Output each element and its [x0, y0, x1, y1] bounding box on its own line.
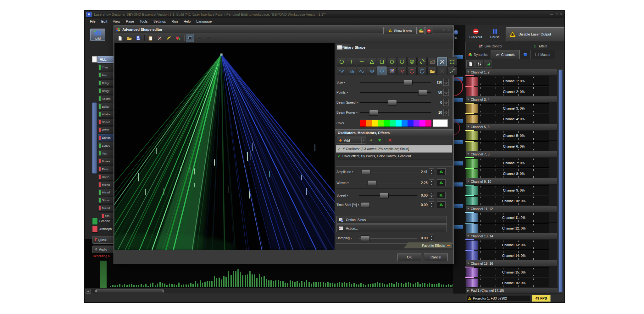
channel-track[interactable]: Channel 16: 0%	[479, 278, 549, 288]
color-swatch[interactable]	[390, 120, 396, 127]
disable-laser-output-button[interactable]: Disable Laser Output	[506, 27, 565, 41]
paste-button[interactable]	[146, 34, 154, 42]
move-up-button[interactable]	[368, 137, 375, 144]
collapse-icon[interactable]: ▼	[467, 153, 469, 155]
menu-tools[interactable]: Tools	[137, 19, 151, 24]
spin-down-icon[interactable]: ▼	[429, 238, 434, 241]
menu-language[interactable]: Language	[193, 19, 214, 24]
menu-file[interactable]: File	[87, 19, 98, 24]
spinner[interactable]: ▲▼	[429, 201, 434, 208]
shape-button-folder[interactable]	[427, 67, 437, 75]
tab-live-control[interactable]: Live Control	[465, 42, 515, 50]
collapse-icon[interactable]: ▼	[467, 98, 469, 101]
spinner[interactable]: ▲▼	[429, 235, 434, 241]
horizontal-scrollbar[interactable]: ◀	[85, 288, 465, 294]
color-swatch[interactable]	[408, 120, 414, 127]
dialog-pin-icon[interactable]: ▲	[447, 28, 450, 31]
spinner[interactable]: ▲▼	[443, 99, 449, 106]
scroll-left-icon[interactable]: ◀	[86, 289, 91, 294]
check-icon[interactable]: ✓	[338, 147, 341, 151]
spin-up-icon[interactable]: ▲	[444, 89, 448, 93]
spin-down-icon[interactable]: ▼	[444, 83, 448, 86]
blackout-small-button[interactable]	[425, 27, 432, 34]
sidebar-category-graphic[interactable]: Graphic	[92, 218, 110, 225]
collapse-icon[interactable]: ▼	[467, 235, 469, 237]
spin-down-icon[interactable]: ▼	[429, 196, 434, 199]
channel-fader[interactable]	[466, 224, 478, 233]
shape-button-wave[interactable]	[337, 67, 346, 75]
color-swatch[interactable]	[414, 120, 419, 127]
waveform-button[interactable]	[437, 168, 446, 175]
slider-handle[interactable]	[380, 193, 389, 198]
shape-button-pentagon[interactable]	[387, 57, 397, 66]
shape-button-horizontal-line[interactable]	[357, 57, 366, 66]
spinner[interactable]: ▲▼	[443, 89, 449, 96]
channel-fader[interactable]	[466, 268, 478, 277]
effect-row[interactable]: ✓Color effect, By Points, Color Control,…	[336, 153, 452, 160]
maximize-icon[interactable]: □	[556, 13, 558, 16]
channel-fader[interactable]	[466, 158, 478, 168]
slider-track[interactable]	[359, 180, 417, 186]
channel-track[interactable]: Channel 2: 0%	[479, 87, 549, 96]
channel-track[interactable]: Channel 9: 0%	[479, 185, 549, 195]
menu-edit[interactable]: Edit	[98, 19, 110, 24]
add-effect-button[interactable]: Add ▾	[337, 137, 366, 144]
channel-fader[interactable]	[466, 213, 478, 223]
channel-track[interactable]: Channel 6: 0%	[479, 141, 549, 151]
spin-up-icon[interactable]: ▲	[429, 180, 434, 183]
menu-help[interactable]: Help	[181, 19, 194, 24]
menu-view[interactable]: View	[110, 19, 123, 24]
pad-group-header[interactable]: ▶ Pad 1 (Channel 17,18)	[465, 287, 559, 294]
color-swatch[interactable]	[425, 120, 431, 127]
effect-row[interactable]: ✓Y Oscillator [2.3 waves; 2% amplitude; …	[336, 145, 452, 153]
waveform-button[interactable]	[437, 179, 446, 186]
collapse-icon[interactable]: ▼	[467, 180, 469, 183]
shape-button-cross-disabled[interactable]	[437, 67, 447, 75]
monitor-preview-button[interactable]	[186, 34, 194, 42]
sidebar-item-all[interactable]: ALL	[92, 56, 116, 62]
channel-group-header[interactable]: ▼Channel 11, 12	[465, 205, 557, 212]
channel-track[interactable]: Channel 14: 0%	[479, 251, 549, 260]
channel-track[interactable]: Channel 8: 0%	[479, 169, 549, 178]
channel-fader[interactable]	[466, 240, 478, 250]
shape-button-cross-points[interactable]	[437, 57, 447, 66]
monitor-3-button[interactable]	[204, 34, 212, 42]
spin-up-icon[interactable]: ▲	[444, 99, 448, 103]
waveform-button[interactable]	[437, 192, 446, 199]
channel-mixer-button[interactable]	[475, 60, 483, 68]
spin-up-icon[interactable]: ▲	[429, 192, 434, 196]
delete-effect-button[interactable]	[386, 137, 394, 144]
channel-track[interactable]: Channel 10: 0%	[479, 196, 549, 206]
channel-track[interactable]: Channel 13: 0%	[479, 240, 549, 250]
channel-fader[interactable]	[466, 278, 478, 288]
blackout-button[interactable]: Blackout	[466, 26, 486, 40]
shape-button-frame[interactable]	[447, 57, 457, 66]
spin-up-icon[interactable]: ▲	[429, 202, 434, 205]
spinner[interactable]: ▲▼	[429, 192, 434, 199]
slider-track[interactable]	[359, 192, 417, 198]
shape-button-swirl[interactable]	[417, 57, 427, 66]
channel-group-header[interactable]: ▼Channel 3, 4	[465, 96, 557, 103]
spin-down-icon[interactable]: ▼	[429, 183, 434, 186]
channel-fader[interactable]	[466, 131, 478, 141]
pause-button[interactable]: Pause	[487, 26, 503, 40]
shape-button-ellipse-3d[interactable]	[367, 67, 376, 75]
channel-track[interactable]: Channel 3: 0%	[479, 103, 549, 113]
slider-handle[interactable]	[404, 80, 413, 85]
color-swatch-white[interactable]	[433, 119, 448, 127]
color-swatch[interactable]	[378, 120, 384, 127]
spin-down-icon[interactable]: ▼	[444, 93, 448, 96]
scrollbar-thumb[interactable]	[95, 289, 164, 293]
shape-button-square[interactable]	[377, 57, 386, 66]
shape-button-dotted-wave[interactable]	[357, 67, 366, 75]
color-swatch[interactable]	[419, 120, 425, 127]
collapse-icon[interactable]: ▼	[467, 262, 469, 265]
add-dropdown-icon[interactable]: ▾	[361, 137, 366, 143]
slider-handle[interactable]	[361, 202, 370, 208]
spinner[interactable]: ▲▼	[443, 79, 449, 86]
color-swatch[interactable]	[402, 120, 408, 127]
pencil-button[interactable]	[164, 34, 173, 42]
grid-button[interactable]: Grid	[90, 29, 105, 41]
channel-fader[interactable]	[466, 104, 478, 113]
channel-fader[interactable]	[466, 114, 478, 124]
